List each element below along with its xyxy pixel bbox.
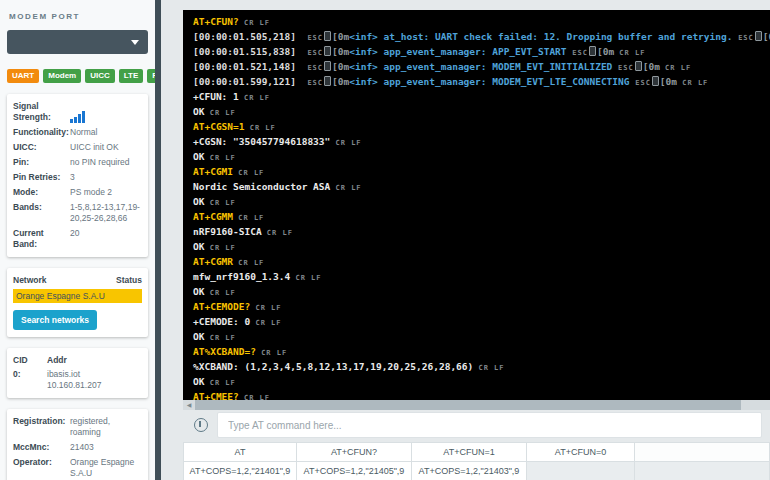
network-card: Network Status Orange Espagne S.A.U Sear… (7, 268, 148, 337)
status-label: Bands: (13, 202, 70, 224)
terminal-line: OK CR LF (193, 330, 760, 345)
macro-cell[interactable]: AT+CFUN=1 (412, 443, 527, 462)
terminal-line: OK CR LF (193, 105, 760, 120)
macro-table: ATAT+CFUN?AT+CFUN=1AT+CFUN=0AT+COPS=1,2,… (183, 442, 770, 480)
terminal-line: AT+CMEE? CR LF (193, 390, 760, 400)
terminal-line: AT+CEMODE? CR LF (193, 300, 760, 315)
terminal-line: AT%XCBAND=? CR LF (193, 345, 760, 360)
terminal-line: +CGSN: "350457794618833" CR LF (193, 135, 760, 150)
status-card-rows: Signal Strength:Functionality:NormalUICC… (13, 101, 142, 250)
terminal-line: AT+CGMR CR LF (193, 255, 760, 270)
terminal: AT+CFUN? CR LF[00:00:01.505,218] ESC[0m<… (183, 10, 770, 400)
info-icon (194, 418, 208, 432)
pdn-addr: ibasis.iot10.160.81.207 (47, 369, 142, 391)
macro-cell-empty (635, 443, 770, 462)
status-label: Functionality: (13, 127, 70, 138)
chip-lte: LTE (119, 69, 144, 83)
status-row: Pin Retries:3 (13, 172, 142, 183)
status-row: Registration:registered, roaming (13, 416, 142, 438)
status-row: Pin:no PIN required (13, 157, 142, 168)
status-value: no PIN required (70, 157, 142, 168)
macro-cell[interactable]: AT+CFUN? (297, 443, 412, 462)
pdn-rows: 0:ibasis.iot10.160.81.207 (13, 369, 142, 391)
status-value: 3 (70, 172, 142, 183)
status-row: UICC:UICC init OK (13, 142, 142, 153)
status-value: 20 (70, 228, 142, 250)
terminal-hscrollbar[interactable]: ◀ (183, 400, 770, 410)
status-value: Orange Espagne S.A.U (70, 457, 142, 479)
modem-port-select[interactable] (7, 30, 148, 54)
terminal-line: [00:00:01.515,838] ESC[0m<inf> app_event… (193, 45, 760, 60)
macro-cell[interactable]: AT+COPS=1,2,"21403",9 (412, 462, 527, 480)
macro-table-wrap: ATAT+CFUN?AT+CFUN=1AT+CFUN=0AT+COPS=1,2,… (183, 442, 770, 480)
terminal-line: OK CR LF (193, 375, 760, 390)
status-row: Functionality:Normal (13, 127, 142, 138)
registration-card: Registration:registered, roamingMccMnc:2… (7, 409, 148, 480)
macro-cell[interactable]: AT (184, 443, 297, 462)
status-label: Operator: (13, 457, 70, 479)
macro-cell[interactable]: AT+COPS=1,2,"21401",9 (184, 462, 297, 480)
registration-card-rows: Registration:registered, roamingMccMnc:2… (13, 416, 142, 480)
status-chips: UARTModemUICCLTEPDN (7, 69, 148, 83)
terminal-line: %XCBAND: (1,2,3,4,5,8,12,13,17,19,20,25,… (193, 360, 760, 375)
terminal-line: AT+CFUN? CR LF (193, 15, 760, 30)
status-row: Bands:1-5,8,12-13,17,19-20,25-26,28,66 (13, 202, 142, 224)
terminal-line: [00:00:01.521,148] ESC[0m<inf> app_event… (193, 60, 760, 75)
status-label: Registration: (13, 416, 70, 438)
chip-modem: Modem (43, 69, 81, 83)
chevron-down-icon (131, 40, 139, 45)
terminal-line: AT+CGSN=1 CR LF (193, 120, 760, 135)
chip-uart: UART (7, 69, 39, 83)
macro-cell-empty (635, 462, 770, 480)
terminal-line: OK CR LF (193, 285, 760, 300)
cid-header: CID (13, 355, 47, 365)
status-label: Signal Strength: (13, 101, 70, 123)
status-row: Mode:PS mode 2 (13, 187, 142, 198)
terminal-line: +CFUN: 1 CR LF (193, 90, 760, 105)
status-row: Signal Strength: (13, 101, 142, 123)
sidebar: MODEM PORT UARTModemUICCLTEPDN Signal St… (0, 0, 155, 480)
pdn-cid: 0: (13, 369, 47, 391)
search-networks-button[interactable]: Search networks (13, 310, 97, 330)
status-row: MccMnc:21403 (13, 442, 142, 453)
modem-status-card: Signal Strength:Functionality:NormalUICC… (7, 94, 148, 257)
status-row: Operator:Orange Espagne S.A.U (13, 457, 142, 479)
signal-strength-bars-icon (70, 101, 142, 123)
at-command-input-row (183, 410, 770, 440)
terminal-line: +CEMODE: 0 CR LF (193, 315, 760, 330)
selected-network-row[interactable]: Orange Espagne S.A.U (13, 289, 142, 303)
at-command-input[interactable] (217, 412, 762, 438)
status-value: 21403 (70, 442, 142, 453)
status-label: MccMnc: (13, 442, 70, 453)
status-label: Pin: (13, 157, 70, 168)
terminal-line: OK CR LF (193, 150, 760, 165)
terminal-line: OK CR LF (193, 240, 760, 255)
terminal-line: OK CR LF (193, 195, 760, 210)
terminal-line: AT+CGMI CR LF (193, 165, 760, 180)
status-row: Current Band:20 (13, 228, 142, 250)
status-label: Pin Retries: (13, 172, 70, 183)
terminal-line: [00:00:01.599,121] ESC[0m<inf> app_event… (193, 75, 760, 90)
status-label: UICC: (13, 142, 70, 153)
addr-header: Addr (47, 355, 67, 365)
app-root: MODEM PORT UARTModemUICCLTEPDN Signal St… (0, 0, 770, 480)
modem-port-label: MODEM PORT (9, 12, 146, 21)
chip-uicc: UICC (85, 69, 115, 83)
terminal-line: mfw_nrf9160_1.3.4 CR LF (193, 270, 760, 285)
pdn-card: CID Addr 0:ibasis.iot10.160.81.207 (7, 348, 148, 398)
macro-row: ATAT+CFUN?AT+CFUN=1AT+CFUN=0 (184, 443, 770, 462)
macro-cell[interactable]: AT+COPS=1,2,"21405",9 (297, 462, 412, 480)
main-area: AT+CFUN? CR LF[00:00:01.505,218] ESC[0m<… (161, 0, 770, 480)
status-label: Current Band: (13, 228, 70, 250)
hscrollbar-thumb[interactable] (195, 400, 741, 410)
terminal-line: AT+CGMM CR LF (193, 210, 760, 225)
status-value: PS mode 2 (70, 187, 142, 198)
status-value: UICC init OK (70, 142, 142, 153)
network-header: Network (13, 275, 47, 285)
scroll-left-arrow-icon[interactable]: ◀ (183, 400, 195, 410)
macro-cell[interactable]: AT+CFUN=0 (527, 443, 635, 462)
macro-cell-empty (527, 462, 635, 480)
status-value: 1-5,8,12-13,17,19-20,25-26,28,66 (70, 202, 142, 224)
status-header: Status (116, 275, 142, 285)
terminal-line: Nordic Semiconductor ASA CR LF (193, 180, 760, 195)
